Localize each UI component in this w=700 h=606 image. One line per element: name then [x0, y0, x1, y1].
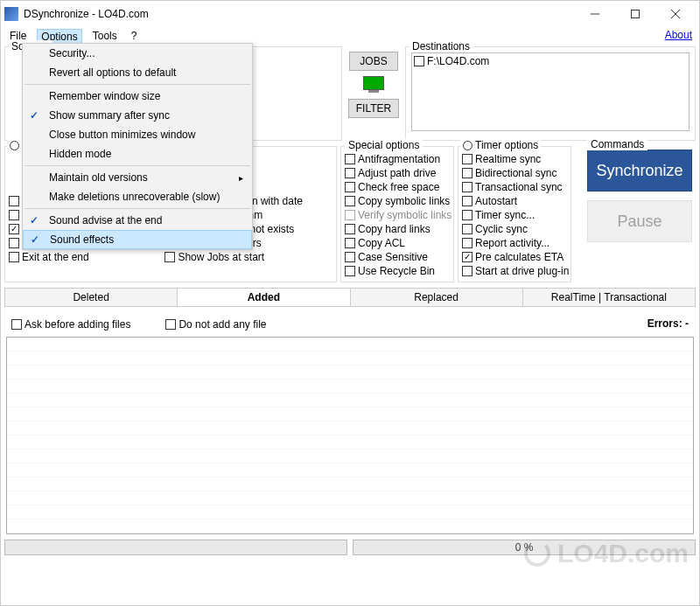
chk-antifrag[interactable] — [345, 154, 355, 164]
progress-bar-1 — [4, 540, 347, 555]
chk-precalc[interactable] — [462, 252, 472, 262]
errors-label: Errors: - — [648, 317, 689, 331]
menu-soundfx[interactable]: Sound effects — [23, 230, 252, 249]
general-radio[interactable] — [10, 141, 19, 150]
chk-recycle[interactable] — [345, 266, 355, 276]
chk-timersync[interactable] — [462, 210, 472, 220]
chk-adjust[interactable] — [345, 168, 355, 178]
commands-header: Commands — [587, 138, 648, 150]
chk-startplug[interactable] — [462, 266, 472, 276]
timer-header: Timer options — [475, 139, 538, 151]
window-title: DSynchronize - LO4D.com — [24, 8, 575, 20]
chk-copysym[interactable] — [345, 196, 355, 206]
menu-remember[interactable]: Remember window size — [23, 87, 252, 106]
chk-copyhard[interactable] — [345, 224, 355, 234]
chk-casesens[interactable] — [345, 252, 355, 262]
destinations-list[interactable]: F:\LO4D.com — [411, 52, 690, 131]
minimize-button[interactable] — [575, 1, 615, 27]
chk-report[interactable] — [462, 238, 472, 248]
menu-closemin[interactable]: Close button minimizes window — [23, 125, 252, 144]
dest-checkbox[interactable] — [414, 56, 424, 66]
menu-summary[interactable]: Show summary after sync — [23, 106, 252, 125]
menu-hidden[interactable]: Hidden mode — [23, 144, 252, 164]
app-icon — [4, 7, 18, 21]
jobs-button[interactable]: JOBS — [349, 52, 398, 71]
tab-deleted[interactable]: Deleted — [5, 289, 178, 306]
chk-verifysym — [345, 210, 355, 220]
chk-ask-before[interactable] — [11, 319, 22, 330]
svg-rect-1 — [632, 10, 640, 18]
dest-path: F:\LO4D.com — [427, 55, 489, 67]
menu-maintain[interactable]: Maintain old versions — [23, 168, 252, 187]
tab-added[interactable]: Added — [178, 289, 350, 306]
monitor-icon[interactable] — [363, 76, 384, 94]
chk-realtime[interactable] — [462, 154, 472, 164]
chk-cyclic[interactable] — [462, 224, 472, 234]
about-link[interactable]: About — [665, 29, 692, 41]
menu-makedel[interactable]: Make deletions unrecoverable (slow) — [23, 187, 252, 206]
chk-trans[interactable] — [462, 182, 472, 192]
filter-button[interactable]: FILTER — [348, 99, 399, 118]
menu-soundadv[interactable]: Sound advise at the end — [23, 211, 252, 230]
options-menu: Security... Revert all options to defaul… — [22, 43, 253, 250]
tab-realtime[interactable]: RealTime | Transactional — [523, 289, 695, 306]
chk-hidden[interactable] — [9, 224, 19, 234]
chk-bidir[interactable] — [462, 168, 472, 178]
chk-donotadd[interactable] — [165, 319, 176, 330]
chk-shutdown[interactable] — [9, 238, 19, 248]
close-button[interactable] — [655, 1, 696, 27]
destinations-header: Destinations — [410, 40, 472, 52]
progress-bar-2: 0 % — [353, 540, 696, 555]
chk-showjobs[interactable] — [164, 252, 175, 262]
chk-checkfree[interactable] — [345, 182, 355, 192]
chk-copyacl[interactable] — [345, 238, 355, 248]
chk-autostart[interactable] — [462, 196, 472, 206]
chk-synctime[interactable] — [9, 210, 19, 220]
pause-button: Pause — [587, 200, 692, 242]
special-header: Special options — [345, 139, 423, 151]
timer-radio[interactable] — [463, 141, 472, 150]
chk-move[interactable] — [9, 196, 19, 206]
destination-item[interactable]: F:\LO4D.com — [414, 55, 687, 67]
tab-replaced[interactable]: Replaced — [351, 289, 523, 306]
menu-security[interactable]: Security... — [23, 44, 252, 63]
menu-revert[interactable]: Revert all options to default — [23, 63, 252, 82]
maximize-button[interactable] — [615, 1, 655, 27]
chk-exit[interactable] — [9, 252, 19, 262]
synchronize-button[interactable]: Synchronize — [587, 150, 692, 192]
log-list[interactable] — [6, 337, 694, 534]
